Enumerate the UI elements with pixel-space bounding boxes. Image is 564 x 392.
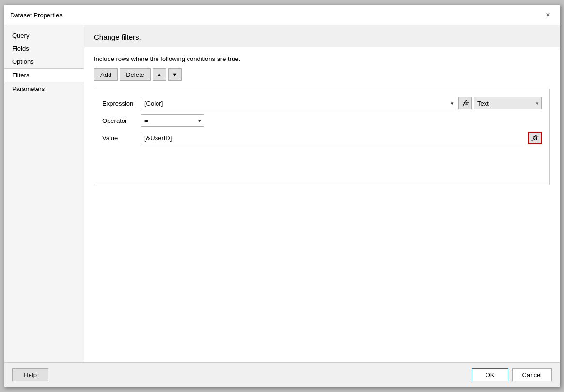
- expression-select-wrapper: [Color]: [141, 97, 456, 109]
- ok-button[interactable]: OK: [472, 368, 508, 381]
- dialog-title: Dataset Properties: [10, 12, 63, 19]
- operator-label: Operator: [102, 117, 141, 124]
- filter-area: Expression [Color] 𝑓𝑥: [94, 89, 550, 185]
- dialog-footer: Help OK Cancel: [4, 362, 560, 387]
- expression-fx-button[interactable]: 𝑓𝑥: [458, 97, 472, 109]
- expression-label: Expression: [102, 100, 141, 107]
- sidebar-item-filters[interactable]: Filters: [4, 68, 84, 82]
- close-button[interactable]: ×: [542, 9, 554, 21]
- expression-select[interactable]: [Color]: [141, 97, 456, 109]
- type-select[interactable]: Text Integer Float Boolean: [474, 97, 542, 109]
- main-header: Change filters.: [84, 25, 560, 47]
- sidebar-item-parameters[interactable]: Parameters: [4, 82, 84, 95]
- main-content: Change filters. Include rows where the f…: [84, 25, 560, 362]
- main-panel: Include rows where the following conditi…: [84, 47, 560, 362]
- value-row: Value 𝑓𝑥: [102, 132, 542, 144]
- up-arrow-icon: ▲: [157, 72, 162, 77]
- dataset-properties-dialog: Dataset Properties × Query Fields Option…: [4, 5, 560, 387]
- fx-icon: 𝑓𝑥: [463, 99, 468, 107]
- move-up-button[interactable]: ▲: [153, 68, 166, 81]
- section-title: Change filters.: [94, 33, 550, 41]
- sidebar-item-query[interactable]: Query: [4, 29, 84, 42]
- sidebar: Query Fields Options Filters Parameters: [4, 25, 84, 362]
- footer-right: OK Cancel: [472, 368, 552, 381]
- sidebar-item-fields[interactable]: Fields: [4, 42, 84, 55]
- operator-select[interactable]: = != < > <= >= Like In Between Top N Bot: [141, 114, 204, 127]
- value-container: 𝑓𝑥: [141, 132, 542, 144]
- expression-row: Expression [Color] 𝑓𝑥: [102, 97, 542, 109]
- cancel-button[interactable]: Cancel: [512, 368, 552, 381]
- operator-row: Operator = != < > <= >= Like In: [102, 114, 542, 127]
- move-down-button[interactable]: ▼: [168, 68, 182, 81]
- dialog-body: Query Fields Options Filters Parameters …: [4, 25, 560, 362]
- toolbar: Add Delete ▲ ▼: [94, 68, 550, 81]
- value-fx-icon: 𝑓𝑥: [533, 134, 537, 142]
- help-button[interactable]: Help: [12, 368, 48, 381]
- title-bar: Dataset Properties ×: [4, 5, 560, 25]
- operator-select-wrapper: = != < > <= >= Like In Between Top N Bot: [141, 114, 204, 127]
- delete-button[interactable]: Delete: [120, 68, 151, 81]
- add-button[interactable]: Add: [94, 68, 118, 81]
- value-input[interactable]: [141, 132, 526, 144]
- value-fx-button[interactable]: 𝑓𝑥: [528, 132, 542, 144]
- expression-container: [Color] 𝑓𝑥 Text Integer Float: [141, 97, 542, 109]
- sidebar-item-options[interactable]: Options: [4, 55, 84, 68]
- type-select-wrapper: Text Integer Float Boolean: [474, 97, 542, 109]
- instructions-text: Include rows where the following conditi…: [94, 55, 550, 62]
- down-arrow-icon: ▼: [172, 72, 177, 77]
- value-label: Value: [102, 135, 141, 142]
